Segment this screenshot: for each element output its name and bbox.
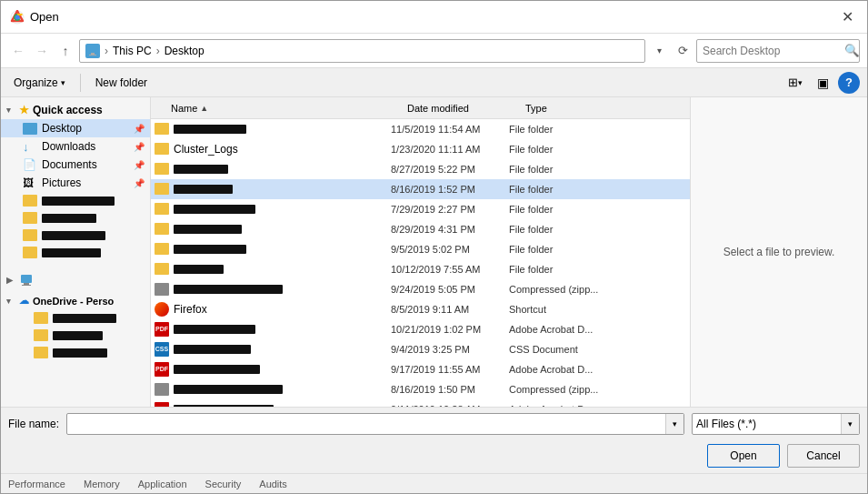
sidebar-item-redacted-4[interactable]	[1, 244, 150, 261]
sort-arrow: ▲	[200, 104, 208, 113]
quick-access-section: ▾ ★ Quick access Desktop 📌 ↓ Downloads 📌…	[1, 101, 150, 261]
od-folder-icon	[34, 312, 48, 324]
sidebar-item-redacted-2[interactable]	[1, 209, 150, 227]
table-row[interactable]: 8/16/2019 1:50 PM Compressed (zipp...	[151, 379, 690, 399]
folder-icon-file-3	[155, 163, 169, 175]
expand-icon: ▾	[6, 106, 15, 115]
table-row[interactable]: PDF 9/11/2019 10:38 AM Adobe Acrobat D..…	[151, 399, 690, 407]
file-date-12: 9/4/2019 3:25 PM	[391, 344, 509, 355]
pane-toggle-button[interactable]: ▣	[811, 71, 834, 95]
file-date-5: 7/29/2019 2:27 PM	[391, 204, 509, 215]
file-name-cluster: Cluster_Logs	[174, 143, 238, 156]
file-name-redacted-7	[174, 245, 246, 254]
this-pc-header[interactable]: ▶	[1, 270, 150, 290]
table-row[interactable]: 9/5/2019 5:02 PM File folder	[151, 239, 690, 259]
filename-input[interactable]	[67, 418, 665, 430]
status-audits: Audits	[259, 479, 287, 489]
sidebar-desktop-label: Desktop	[42, 122, 82, 135]
svg-point-3	[15, 15, 20, 19]
col-header-name[interactable]: Name ▲	[167, 103, 404, 114]
forward-button[interactable]: →	[32, 41, 52, 61]
sidebar-item-redacted-3[interactable]	[1, 227, 150, 244]
folder-icon-3	[23, 229, 37, 241]
file-date-3: 8/27/2019 5:22 PM	[391, 164, 509, 175]
filename-dropdown-button[interactable]: ▾	[665, 414, 683, 434]
file-name-firefox: Firefox	[174, 303, 207, 316]
table-row[interactable]: 9/24/2019 5:05 PM Compressed (zipp...	[151, 279, 690, 299]
table-row[interactable]: 8/16/2019 1:52 PM File folder	[151, 179, 690, 199]
sidebar-item-desktop[interactable]: Desktop 📌	[1, 119, 150, 137]
organize-button[interactable]: Organize ▾	[8, 74, 71, 92]
file-name-redacted-9	[174, 285, 283, 294]
file-date-7: 9/5/2019 5:02 PM	[391, 244, 509, 255]
cancel-button[interactable]: Cancel	[787, 444, 860, 468]
file-name-redacted-6	[174, 225, 242, 234]
file-type-9: Compressed (zipp...	[509, 284, 636, 295]
sidebar: ▾ ★ Quick access Desktop 📌 ↓ Downloads 📌…	[1, 97, 151, 407]
file-type-3: File folder	[509, 164, 636, 175]
table-row[interactable]: PDF 10/21/2019 1:02 PM Adobe Acrobat D..…	[151, 319, 690, 339]
table-row[interactable]: CSS 9/4/2019 3:25 PM CSS Document	[151, 339, 690, 359]
pin-icon: 📌	[134, 124, 145, 134]
title-bar: Open ✕	[1, 1, 867, 34]
table-row[interactable]: 8/27/2019 5:22 PM File folder	[151, 159, 690, 179]
table-row[interactable]: PDF 9/17/2019 11:55 AM Adobe Acrobat D..…	[151, 359, 690, 379]
quick-access-star-icon: ★	[19, 104, 29, 116]
col-header-date[interactable]: Date modified	[404, 103, 522, 114]
quick-access-header[interactable]: ▾ ★ Quick access	[1, 101, 150, 119]
folder-icon-file-7	[155, 243, 169, 255]
sidebar-pictures-label: Pictures	[42, 176, 81, 189]
sidebar-item-documents[interactable]: 📄 Documents 📌	[1, 156, 150, 174]
table-row[interactable]: 11/5/2019 11:54 AM File folder	[151, 119, 690, 139]
od-folder-icon-2	[34, 329, 48, 341]
close-button[interactable]: ✕	[836, 6, 858, 28]
pictures-icon: 🖼	[23, 176, 37, 189]
status-bar: Performance Memory Application Security …	[1, 473, 867, 493]
open-dialog: Open ✕ ← → ↑ › This PC › Desktop ▾ ⟳ 🔍	[0, 0, 868, 494]
refresh-button[interactable]: ⟳	[673, 41, 693, 61]
toolbar: Organize ▾ New folder ⊞ ▾ ▣ ?	[1, 68, 867, 97]
path-desktop[interactable]: Desktop	[162, 45, 207, 57]
help-button[interactable]: ?	[838, 72, 860, 94]
sidebar-downloads-label: Downloads	[42, 140, 95, 153]
sidebar-item-downloads[interactable]: ↓ Downloads 📌	[1, 137, 150, 156]
view-options-button[interactable]: ⊞ ▾	[783, 71, 807, 95]
col-header-type[interactable]: Type	[522, 103, 649, 114]
path-sep-1: ›	[105, 45, 108, 57]
zip-icon-14	[155, 383, 169, 396]
filename-row: File name: ▾ All Files (*.*) ▾	[1, 408, 867, 440]
address-path[interactable]: › This PC › Desktop	[79, 39, 645, 63]
file-name-redacted-14	[174, 385, 283, 394]
sidebar-item-redacted-1[interactable]	[1, 192, 150, 209]
folder-icon-file	[155, 123, 169, 135]
table-row[interactable]: Cluster_Logs 1/23/2020 11:11 AM File fol…	[151, 139, 690, 159]
onedrive-icon: ☁	[19, 295, 29, 307]
documents-icon: 📄	[23, 158, 37, 171]
path-this-pc[interactable]: This PC	[110, 45, 155, 57]
expand-icon-pc: ▶	[6, 276, 15, 285]
status-performance: Performance	[8, 479, 65, 489]
firefox-icon	[155, 302, 169, 317]
up-button[interactable]: ↑	[55, 41, 75, 61]
folder-icon-file-5	[155, 203, 169, 215]
filetype-dropdown-button[interactable]: ▾	[841, 414, 859, 434]
file-name-redacted-4	[174, 185, 233, 194]
main-content: ▾ ★ Quick access Desktop 📌 ↓ Downloads 📌…	[1, 97, 867, 407]
table-row[interactable]: 10/12/2019 7:55 AM File folder	[151, 259, 690, 279]
back-button[interactable]: ←	[8, 41, 28, 61]
search-button[interactable]: 🔍	[844, 41, 860, 61]
address-bar: ← → ↑ › This PC › Desktop ▾ ⟳ 🔍	[1, 34, 867, 68]
search-input[interactable]	[697, 45, 844, 57]
table-row[interactable]: 8/29/2019 4:31 PM File folder	[151, 219, 690, 239]
table-row[interactable]: Firefox 8/5/2019 9:11 AM Shortcut	[151, 299, 690, 319]
sidebar-item-od-1[interactable]	[1, 309, 150, 327]
table-row[interactable]: 7/29/2019 2:27 PM File folder	[151, 199, 690, 219]
path-dropdown-button[interactable]: ▾	[649, 41, 669, 61]
sidebar-item-pictures[interactable]: 🖼 Pictures 📌	[1, 174, 150, 192]
sidebar-item-od-3[interactable]	[1, 344, 150, 361]
file-name-redacted-12	[174, 345, 251, 354]
open-button[interactable]: Open	[707, 444, 780, 468]
onedrive-header[interactable]: ▾ ☁ OneDrive - Perso	[1, 292, 150, 309]
sidebar-item-od-2[interactable]	[1, 327, 150, 344]
new-folder-button[interactable]: New folder	[90, 74, 153, 92]
